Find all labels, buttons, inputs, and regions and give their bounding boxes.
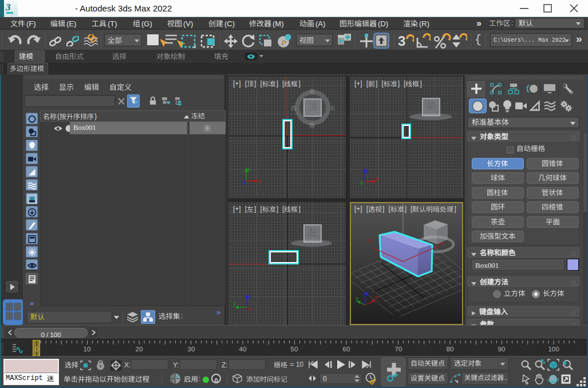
svg-text:y: y xyxy=(356,295,358,302)
svg-text:z: z xyxy=(243,179,246,185)
svg-text:z: z xyxy=(366,290,369,296)
svg-text:z: z xyxy=(365,168,368,174)
svg-text:z: z xyxy=(248,294,251,300)
svg-text:y: y xyxy=(368,236,372,243)
svg-text:x: x xyxy=(374,294,377,300)
svg-text:x: x xyxy=(376,176,378,182)
svg-text:x: x xyxy=(248,306,251,311)
svg-text:y: y xyxy=(247,167,250,172)
svg-text:x: x xyxy=(258,178,261,184)
svg-text:y: y xyxy=(233,300,236,307)
svg-text:3: 3 xyxy=(398,33,405,49)
svg-text:y: y xyxy=(360,180,363,185)
